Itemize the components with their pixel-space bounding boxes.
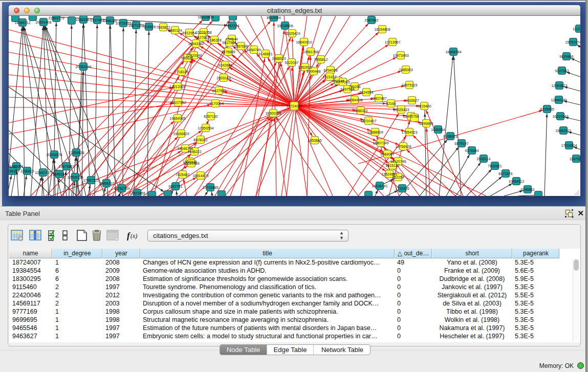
svg-text:10025433: 10025433	[393, 108, 409, 112]
svg-text:15099489: 15099489	[183, 162, 199, 165]
svg-text:1545194: 1545194	[52, 172, 66, 176]
svg-text:16033809: 16033809	[198, 16, 213, 19]
svg-text:8990448: 8990448	[307, 70, 320, 73]
svg-text:9084067: 9084067	[380, 152, 394, 156]
svg-text:(x): (x)	[130, 232, 137, 239]
svg-text:6497568: 6497568	[340, 87, 354, 91]
svg-text:16543382: 16543382	[188, 42, 204, 46]
svg-text:7632621: 7632621	[488, 164, 502, 168]
svg-text:19166829: 19166829	[173, 132, 189, 136]
svg-text:20053346: 20053346	[75, 65, 91, 69]
svg-text:17957225: 17957225	[83, 179, 99, 182]
svg-text:12353594: 12353594	[198, 126, 213, 130]
svg-text:21893779: 21893779	[48, 16, 64, 20]
svg-text:9227343: 9227343	[555, 69, 569, 73]
svg-text:12942737: 12942737	[35, 171, 51, 174]
svg-text:8454749: 8454749	[247, 48, 260, 52]
svg-text:1615132: 1615132	[385, 164, 399, 167]
svg-text:19654985: 19654985	[169, 117, 185, 120]
svg-text:2087682: 2087682	[364, 18, 378, 22]
svg-text:9242848: 9242848	[218, 63, 232, 67]
svg-text:8471676: 8471676	[498, 172, 512, 176]
svg-text:16210643: 16210643	[552, 115, 568, 118]
svg-text:2718126: 2718126	[175, 70, 188, 74]
svg-text:8267130: 8267130	[204, 115, 217, 118]
svg-text:10973493: 10973493	[393, 54, 408, 57]
svg-text:15716485: 15716485	[202, 186, 218, 189]
svg-text:3624554: 3624554	[359, 91, 373, 94]
svg-text:5322037: 5322037	[285, 61, 298, 64]
svg-text:17016504: 17016504	[561, 144, 577, 147]
svg-text:8878332: 8878332	[193, 138, 207, 142]
svg-text:7625402: 7625402	[176, 173, 189, 177]
svg-text:18724007: 18724007	[286, 104, 302, 108]
svg-text:917006: 917006	[209, 102, 221, 105]
svg-text:2867608: 2867608	[234, 45, 248, 48]
svg-text:12213369: 12213369	[169, 85, 185, 89]
svg-text:9245652: 9245652	[520, 188, 534, 191]
svg-text:9657791: 9657791	[168, 185, 182, 188]
svg-text:8938923: 8938923	[443, 135, 457, 138]
svg-text:1733426: 1733426	[395, 187, 409, 190]
svg-text:20206576: 20206576	[46, 153, 62, 157]
svg-text:1953845: 1953845	[308, 139, 321, 142]
svg-text:19756928: 19756928	[395, 145, 411, 148]
svg-text:15692971: 15692971	[555, 129, 571, 133]
svg-text:1621022: 1621022	[322, 75, 336, 79]
svg-text:10958107: 10958107	[98, 182, 114, 185]
svg-text:1639159: 1639159	[9, 169, 19, 173]
svg-text:20364436: 20364436	[346, 98, 362, 102]
svg-text:12505135: 12505135	[67, 176, 83, 179]
svg-text:12213967: 12213967	[384, 40, 400, 44]
svg-text:8186328: 8186328	[207, 38, 221, 42]
svg-text:2803144: 2803144	[216, 76, 230, 80]
svg-text:16640910: 16640910	[296, 40, 312, 44]
svg-text:16648784: 16648784	[445, 50, 461, 54]
svg-text:1112747: 1112747	[573, 27, 580, 31]
svg-text:20691406: 20691406	[35, 20, 51, 24]
svg-text:7515526: 7515526	[142, 25, 156, 29]
svg-text:3875685: 3875685	[221, 50, 235, 54]
svg-text:12444130: 12444130	[551, 98, 567, 102]
svg-text:9960124: 9960124	[168, 29, 182, 32]
svg-text:989626: 989626	[181, 56, 193, 60]
svg-text:16107552: 16107552	[170, 101, 186, 104]
svg-text:9777169: 9777169	[336, 80, 350, 84]
svg-text:1640954: 1640954	[431, 128, 445, 132]
svg-text:7955812: 7955812	[314, 58, 328, 61]
svg-text:10653267: 10653267	[75, 18, 91, 21]
svg-text:1588520: 1588520	[272, 57, 286, 60]
svg-text:9385051: 9385051	[9, 165, 23, 168]
svg-text:16154808: 16154808	[374, 28, 390, 31]
svg-text:17359928: 17359928	[68, 151, 84, 155]
svg-text:10688609: 10688609	[367, 130, 383, 134]
svg-text:15720407: 15720407	[360, 119, 376, 123]
svg-text:9829966: 9829966	[559, 55, 573, 58]
svg-text:14055712: 14055712	[14, 21, 30, 25]
svg-text:154644: 154644	[226, 37, 237, 41]
svg-text:62160: 62160	[386, 102, 396, 105]
svg-text:9463627: 9463627	[405, 99, 419, 102]
svg-text:6794028: 6794028	[323, 69, 337, 72]
svg-text:9374444: 9374444	[465, 149, 478, 152]
svg-text:7485003: 7485003	[399, 68, 412, 72]
svg-text:6879197: 6879197	[454, 142, 468, 145]
svg-text:2935114: 2935114	[477, 157, 491, 161]
svg-text:16120746: 16120746	[390, 160, 406, 163]
svg-text:252254: 252254	[392, 176, 404, 179]
svg-text:10654112: 10654112	[509, 180, 525, 183]
svg-text:1527602: 1527602	[90, 18, 104, 22]
svg-text:1167534: 1167534	[570, 157, 580, 161]
svg-text:4498222: 4498222	[187, 150, 201, 154]
svg-text:8427552: 8427552	[212, 89, 226, 93]
svg-text:6899695: 6899695	[419, 122, 433, 125]
svg-text:8613054: 8613054	[267, 16, 280, 19]
svg-text:12093823: 12093823	[551, 84, 567, 87]
svg-text:12975115: 12975115	[402, 83, 418, 87]
svg-text:17654923: 17654923	[401, 130, 417, 134]
svg-text:7857224: 7857224	[225, 24, 239, 28]
svg-text:18300295: 18300295	[265, 112, 281, 115]
svg-text:19218506: 19218506	[277, 24, 293, 28]
svg-text:16495758: 16495758	[403, 115, 419, 118]
svg-text:18807249: 18807249	[373, 141, 388, 145]
